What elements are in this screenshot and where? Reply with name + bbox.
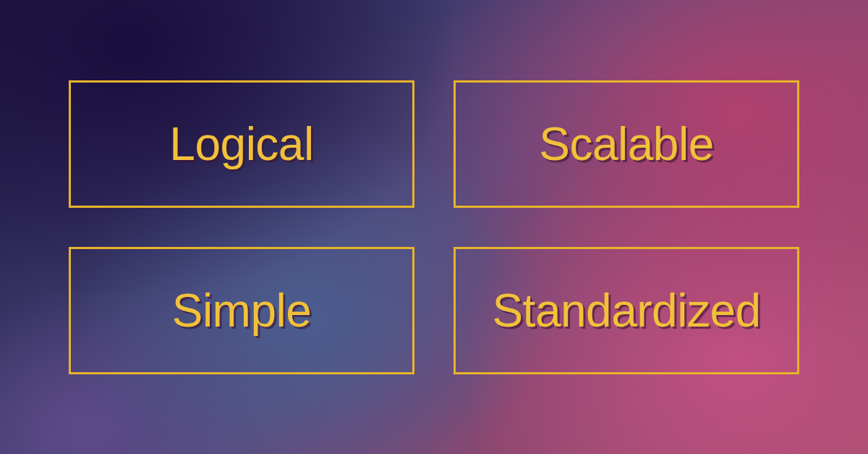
card-label: Scalable (539, 117, 714, 171)
card-label: Standardized (492, 284, 760, 337)
card-logical: Logical (69, 80, 414, 208)
card-label: Simple (172, 284, 312, 337)
card-label: Logical (169, 117, 313, 171)
card-simple: Simple (69, 247, 414, 374)
card-standardized: Standardized (454, 247, 799, 374)
card-scalable: Scalable (454, 80, 799, 208)
gradient-canvas: Logical Scalable Simple Standardized (0, 0, 868, 454)
card-grid: Logical Scalable Simple Standardized (69, 80, 799, 374)
